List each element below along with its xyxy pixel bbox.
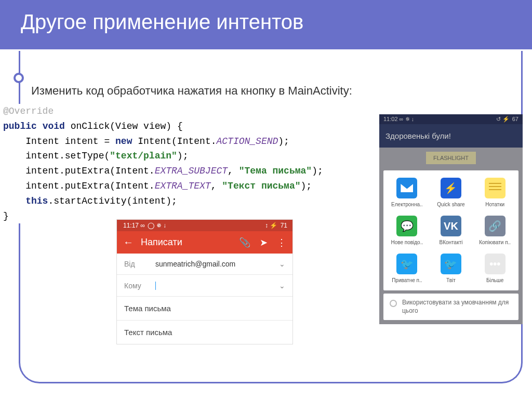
status-bar: 11:17 ∞ ◯ ✵ ↓ ↕ ⚡ 71 <box>117 220 292 231</box>
code-text: .startActivity(intent); <box>48 196 177 206</box>
code-text: (View view) { <box>110 121 182 131</box>
cursor <box>155 282 156 290</box>
code-method: onClick <box>71 121 110 131</box>
share-app-message[interactable]: 💬Нове повідо.. <box>385 214 429 249</box>
code-text <box>3 196 25 206</box>
code-keyword: public <box>3 121 37 131</box>
status-icons: ◯ ✵ ↓ <box>148 222 166 229</box>
vk-icon: VK <box>441 216 461 236</box>
status-bar: 11:02 ∞ ✵ ↓ ↺ ⚡ 67 <box>379 114 523 124</box>
share-app-twitter-dm[interactable]: 🐦Приватне п.. <box>385 251 429 287</box>
code-constant: ACTION_SEND <box>216 136 278 147</box>
code-text: ); <box>177 151 189 161</box>
code-keyword: this <box>25 196 48 206</box>
app-header: Здоровенькі були! <box>379 124 523 148</box>
from-row[interactable]: Від sunmeatrich@gmail.com ⌄ <box>117 254 292 275</box>
from-value: sunmeatrich@gmail.com <box>155 260 279 268</box>
code-text: ); <box>301 181 312 191</box>
slide-subtitle: Изменить код обработчика нажатия на кноп… <box>31 84 355 98</box>
share-app-quickshare[interactable]: ⚡Quick share <box>430 176 473 211</box>
slide-title: Другое применение интентов <box>21 10 511 34</box>
to-label: Кому <box>124 282 155 290</box>
code-block: @Override public void onClick(View view)… <box>3 104 323 223</box>
code-text: } <box>3 211 9 221</box>
compose-toolbar: ← Написати 📎 ➤ ⋮ <box>117 231 292 254</box>
quickshare-icon: ⚡ <box>441 178 461 198</box>
code-text: intent.setType( <box>3 151 110 161</box>
code-string: "Текст письма" <box>222 181 300 191</box>
code-text: intent.putExtra(Intent. <box>3 181 155 191</box>
share-sheet: Електронна.. ⚡Quick share Нотатки 💬Нове … <box>383 170 518 290</box>
mail-icon <box>396 178 417 198</box>
signal-icon: ↕ ⚡ <box>265 222 277 229</box>
code-keyword: new <box>115 136 132 147</box>
signal-icon: ↺ ⚡ <box>496 116 510 122</box>
default-label: Використовувати за умовчанням для цього <box>402 299 512 315</box>
to-row[interactable]: Кому ⌄ <box>117 275 292 297</box>
code-constant: EXTRA_TEXT <box>155 181 211 191</box>
share-app-vk[interactable]: VKВКонтакті <box>430 214 473 249</box>
more-icon[interactable]: ⋮ <box>277 237 286 248</box>
back-icon[interactable]: ← <box>123 236 134 248</box>
attach-icon[interactable]: 📎 <box>239 237 250 248</box>
chevron-down-icon: ⌄ <box>279 260 285 268</box>
status-time: 11:17 ∞ <box>123 222 145 229</box>
share-app-tweet[interactable]: 🐦Твіт <box>430 251 473 287</box>
send-icon[interactable]: ➤ <box>260 237 268 248</box>
code-text: , <box>211 181 222 191</box>
code-annotation: @Override <box>3 106 54 116</box>
default-checkbox-row[interactable]: Використовувати за умовчанням для цього <box>383 294 518 320</box>
code-text: Intent intent = <box>3 136 115 147</box>
code-constant: EXTRA_SUBJECT <box>155 166 228 176</box>
bullet-icon <box>14 73 24 83</box>
code-string: "text/plain" <box>110 151 177 161</box>
code-string: "Тема письма" <box>239 166 312 176</box>
subject-field[interactable]: Тема письма <box>117 297 292 321</box>
code-text: , <box>228 166 239 176</box>
battery-label: 71 <box>281 222 287 229</box>
code-keyword: void <box>43 121 65 131</box>
share-app-copy[interactable]: 🔗Копіювати п.. <box>473 214 516 249</box>
notes-icon <box>485 178 506 198</box>
share-sheet-screenshot: 11:02 ∞ ✵ ↓ ↺ ⚡ 67 Здоровенькі були! FLA… <box>379 114 523 324</box>
status-time: 11:02 ∞ <box>383 116 403 122</box>
code-text: Intent(Intent. <box>132 136 216 147</box>
gmail-compose-screenshot: 11:17 ∞ ◯ ✵ ↓ ↕ ⚡ 71 ← Написати 📎 ➤ ⋮ Ві… <box>116 219 293 344</box>
code-text: intent.putExtra(Intent. <box>3 166 155 176</box>
status-icons: ✵ ↓ <box>405 116 415 122</box>
flashlight-row: FLASHLIGHT <box>379 148 523 168</box>
chevron-down-icon: ⌄ <box>279 282 285 290</box>
body-field[interactable]: Текст письма <box>117 321 292 344</box>
twitter-icon: 🐦 <box>441 254 461 274</box>
share-app-more[interactable]: •••Більше <box>473 251 516 287</box>
code-text: ); <box>278 136 289 147</box>
twitter-icon: 🐦 <box>396 254 417 274</box>
battery-label: 67 <box>512 116 518 122</box>
flashlight-button[interactable]: FLASHLIGHT <box>426 152 476 164</box>
message-icon: 💬 <box>396 216 417 236</box>
from-label: Від <box>124 260 155 268</box>
compose-title: Написати <box>141 237 232 248</box>
share-app-email[interactable]: Електронна.. <box>385 176 429 211</box>
link-icon: 🔗 <box>485 216 506 236</box>
radio-icon <box>390 300 397 307</box>
slide-header: Другое применение интентов <box>0 0 532 49</box>
code-text: ); <box>312 166 323 176</box>
share-app-notes[interactable]: Нотатки <box>473 176 516 211</box>
more-icon: ••• <box>485 254 506 274</box>
